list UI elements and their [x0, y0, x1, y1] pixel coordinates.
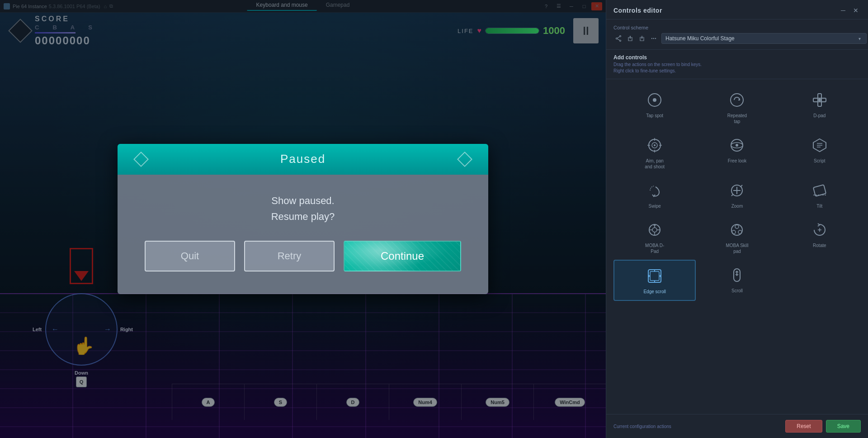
svg-point-25	[736, 144, 738, 147]
ctrl-edge-scroll[interactable]: Edge scroll	[613, 260, 696, 301]
add-controls-title: Add controls	[613, 54, 861, 61]
edge-scroll-label: Edge scroll	[643, 289, 665, 295]
repeated-tap-icon	[727, 90, 747, 110]
tap-spot-label: Tap spot	[646, 113, 663, 119]
ctrl-dpad[interactable]: D-pad	[778, 85, 861, 130]
scheme-section: Control scheme	[606, 19, 868, 50]
pause-buttons: Quit Retry Continue	[145, 241, 461, 271]
scroll-label: Scroll	[731, 288, 743, 294]
panel-minimize-button[interactable]: ─	[838, 5, 848, 15]
config-actions-label: Current configuration actions	[613, 424, 671, 429]
pause-diamond-right	[457, 152, 472, 167]
ctrl-moba-skill[interactable]: MOBA Skillpad	[696, 214, 778, 260]
script-label: Script	[814, 158, 826, 164]
scheme-label: Control scheme	[613, 25, 861, 30]
svg-point-2	[616, 38, 618, 39]
svg-point-42	[735, 225, 739, 229]
svg-point-12	[731, 94, 743, 106]
swipe-label: Swipe	[649, 203, 661, 209]
game-area: Pie 64 Instance 5.3.86.1001 P64 (Beta) ⌂…	[0, 0, 606, 438]
scheme-select[interactable]: Hatsune Miku Colorful Stage	[661, 33, 867, 44]
add-controls-desc: Drag the actions on the screen to bind k…	[613, 62, 861, 74]
pause-message: Show paused. Resume play?	[145, 193, 461, 224]
svg-point-8	[653, 38, 654, 39]
svg-point-9	[655, 38, 656, 39]
svg-point-11	[653, 98, 656, 102]
quit-button[interactable]: Quit	[145, 241, 235, 271]
export-scheme-button[interactable]	[625, 33, 635, 43]
tilt-label: Tilt	[816, 203, 822, 209]
scroll-icon	[727, 265, 747, 285]
svg-point-36	[652, 228, 657, 232]
controls-grid: Tap spot Repeatedtap D-pad	[606, 79, 868, 414]
controls-footer: Current configuration actions Reset Save	[606, 414, 868, 438]
ctrl-rotate[interactable]: Rotate	[778, 214, 861, 260]
svg-point-0	[620, 36, 621, 37]
swipe-icon	[645, 181, 665, 200]
reset-button[interactable]: Reset	[785, 420, 822, 433]
svg-rect-33	[813, 185, 826, 196]
panel-header-buttons: ─ ✕	[838, 5, 861, 15]
repeated-tap-label: Repeatedtap	[727, 113, 747, 124]
panel-close-button[interactable]: ✕	[851, 5, 861, 15]
ctrl-aim-pan-shoot[interactable]: Aim, panand shoot	[613, 130, 696, 175]
svg-point-7	[651, 38, 652, 39]
ctrl-scroll[interactable]: Scroll	[696, 260, 778, 301]
svg-point-1	[620, 40, 621, 42]
scheme-row: Hatsune Miku Colorful Stage ▾	[613, 33, 861, 44]
tilt-icon	[810, 181, 830, 200]
ctrl-tilt[interactable]: Tilt	[778, 175, 861, 214]
rotate-icon	[810, 220, 830, 240]
free-look-icon	[727, 135, 747, 155]
zoom-label: Zoom	[731, 203, 743, 209]
svg-line-4	[617, 39, 619, 40]
moba-dpad-label: MOBA D-Pad	[645, 243, 664, 254]
save-button[interactable]: Save	[826, 420, 861, 433]
script-icon	[810, 135, 830, 155]
rotate-label: Rotate	[813, 243, 826, 248]
ctrl-tap-spot[interactable]: Tap spot	[613, 85, 696, 130]
dpad-icon	[810, 90, 830, 110]
import-scheme-button[interactable]	[637, 33, 647, 43]
ctrl-repeated-tap[interactable]: Repeatedtap	[696, 85, 778, 130]
svg-point-18	[654, 144, 656, 146]
svg-point-15	[818, 99, 821, 101]
ctrl-moba-dpad[interactable]: MOBA D-Pad	[613, 214, 696, 260]
moba-skill-icon	[727, 220, 747, 240]
tap-spot-icon	[645, 90, 665, 110]
ctrl-free-look[interactable]: Free look	[696, 130, 778, 175]
share-scheme-button[interactable]	[613, 33, 623, 43]
controls-panel-header: Controls editor ─ ✕	[606, 0, 868, 19]
more-scheme-button[interactable]	[649, 33, 659, 43]
add-controls-section: Add controls Drag the actions on the scr…	[606, 50, 868, 79]
pause-header: Paused	[118, 144, 488, 175]
controls-panel: Controls editor ─ ✕ Control scheme	[606, 0, 868, 438]
moba-skill-label: MOBA Skillpad	[726, 243, 748, 254]
pause-diamond-left	[133, 152, 149, 167]
retry-button[interactable]: Retry	[244, 241, 335, 271]
pause-body: Show paused. Resume play? Quit Retry Con…	[118, 175, 488, 294]
svg-line-3	[617, 37, 619, 38]
aim-pan-shoot-icon	[645, 135, 665, 155]
pause-title: Paused	[280, 152, 326, 166]
edge-scroll-icon	[645, 266, 665, 286]
scheme-icons	[613, 33, 659, 43]
ctrl-script[interactable]: Script	[778, 130, 861, 175]
pause-overlay: Paused Show paused. Resume play? Quit Re…	[0, 0, 606, 438]
controls-panel-title: Controls editor	[613, 7, 662, 14]
zoom-icon	[727, 181, 747, 200]
pause-dialog: Paused Show paused. Resume play? Quit Re…	[118, 144, 488, 294]
moba-dpad-icon	[645, 220, 665, 240]
svg-rect-48	[650, 271, 659, 281]
ctrl-swipe[interactable]: Swipe	[613, 175, 696, 214]
continue-button[interactable]: Continue	[344, 241, 461, 271]
aim-pan-shoot-label: Aim, panand shoot	[645, 158, 665, 170]
footer-buttons: Reset Save	[785, 420, 861, 433]
dpad-label: D-pad	[813, 113, 826, 119]
free-look-label: Free look	[728, 158, 747, 164]
ctrl-zoom[interactable]: Zoom	[696, 175, 778, 214]
